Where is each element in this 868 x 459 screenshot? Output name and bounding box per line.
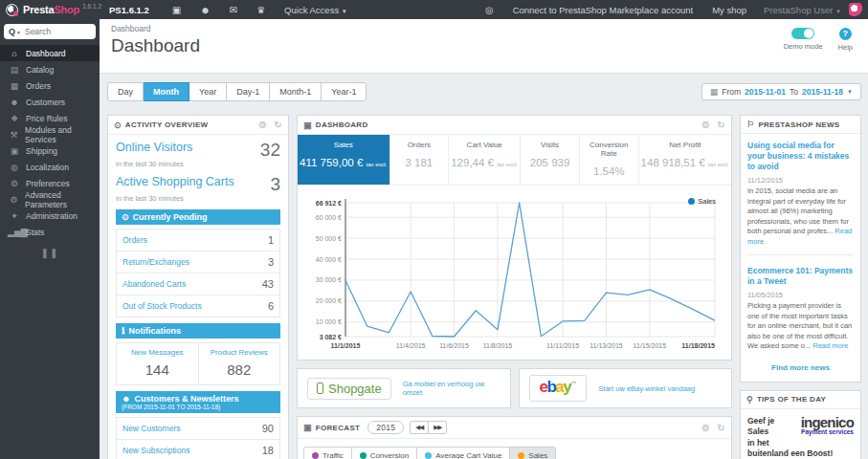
- sidebar-item-dashboard[interactable]: ⌂Dashboard: [0, 45, 100, 61]
- cart-icon: ▣: [303, 423, 312, 432]
- metric-orders[interactable]: Orders 3 181: [390, 135, 450, 185]
- demo-mode-toggle[interactable]: [791, 28, 814, 39]
- notifications-grid: New Messages 144 Product Reviews 882: [116, 342, 280, 385]
- svg-text:11/18/2015: 11/18/2015: [681, 342, 715, 349]
- customers-icon: ☻: [8, 98, 21, 107]
- ebay-link[interactable]: Start uw eBay-winkel vandaag: [598, 384, 695, 393]
- svg-text:50 000 €: 50 000 €: [316, 235, 342, 242]
- forecast-tab-average-cart-value[interactable]: Average Cart Value: [417, 447, 510, 459]
- refresh-icon[interactable]: ↻: [717, 120, 725, 130]
- marketplace-link[interactable]: Connect to PrestaShop Marketplace accoun…: [513, 5, 694, 15]
- sidebar-item-price-rules[interactable]: ❖Price Rules: [0, 110, 100, 126]
- date-range-group: Day Month Year Day-1 Month-1 Year-1: [107, 82, 367, 101]
- dashboard-icon: ⌂: [8, 49, 21, 58]
- sidebar-item-orders[interactable]: ▦Orders: [0, 77, 100, 94]
- range-day-1-button[interactable]: Day-1: [227, 82, 270, 101]
- svg-text:11/13/2015: 11/13/2015: [590, 342, 623, 349]
- read-more-link[interactable]: Read more: [812, 341, 848, 350]
- product-reviews-cell[interactable]: Product Reviews 882: [198, 343, 280, 384]
- new-subscriptions-row[interactable]: New Subscriptions18: [117, 439, 279, 459]
- help-icon[interactable]: ?: [839, 28, 852, 40]
- new-messages-cell[interactable]: New Messages 144: [117, 343, 198, 384]
- out-of-stock-row[interactable]: Out of Stock Products6: [117, 295, 279, 317]
- range-month-button[interactable]: Month: [144, 82, 189, 101]
- refresh-icon[interactable]: ↻: [274, 120, 282, 130]
- svg-text:10 000 €: 10 000 €: [316, 318, 342, 325]
- ebay-banner[interactable]: ebay™ Start uw eBay-winkel vandaag: [519, 368, 733, 408]
- tips-title: TIPS OF THE DAY: [757, 395, 826, 404]
- metric-conversion-rate[interactable]: Conversion Rate 1.54%: [580, 135, 639, 185]
- find-more-news-link[interactable]: Find more news: [741, 356, 860, 382]
- activity-icon: ⊙: [114, 120, 122, 130]
- pending-returns-row[interactable]: Return/Exchanges3: [117, 251, 279, 273]
- sidebar-item-administration[interactable]: ✦Administration: [0, 208, 100, 224]
- sidebar-collapse-button[interactable]: ❚❚: [40, 248, 59, 258]
- main: Dashboard Dashboard Demo mode ? Help Day: [100, 19, 868, 459]
- sidebar-item-modules[interactable]: ⚒Modules and Services: [0, 126, 100, 142]
- svg-text:30 000 €: 30 000 €: [316, 276, 342, 283]
- sidebar-item-stats[interactable]: ▂▅▇Stats: [0, 224, 100, 240]
- sidebar-item-catalog[interactable]: ▤Catalog: [0, 61, 100, 77]
- dashboard-panel: ▣ DASHBOARD ⚙ ↻ Sales 411 759,00 € tax e…: [297, 115, 732, 361]
- metric-net-profit[interactable]: Net Profit 148 918,51 € tax excl.: [639, 135, 731, 185]
- my-shop-link[interactable]: My shop: [712, 5, 746, 15]
- sidebar-item-shipping[interactable]: ▣Shipping: [0, 142, 100, 159]
- trophy-icon[interactable]: ♛: [256, 5, 265, 15]
- search-input[interactable]: [25, 27, 82, 36]
- active-carts-link[interactable]: Active Shopping Carts: [116, 175, 234, 188]
- abandoned-carts-row[interactable]: Abandoned Carts43: [117, 273, 279, 295]
- pending-orders-row[interactable]: Orders1: [117, 230, 279, 251]
- forecast-year-pill[interactable]: 2015: [367, 421, 404, 434]
- localization-icon: ◍: [8, 163, 21, 172]
- forecast-tab-conversion[interactable]: Conversion: [352, 447, 417, 459]
- metric-sales[interactable]: Sales 411 759,00 € tax excl.: [298, 135, 390, 185]
- range-day-button[interactable]: Day: [107, 82, 144, 101]
- date-picker-button[interactable]: ▦ From2015-11-01 To2015-11-18 ▼: [701, 83, 861, 100]
- sidebar-search[interactable]: Q ▼: [4, 24, 96, 39]
- sidebar-item-advanced-parameters[interactable]: ⚙Advanced Parameters: [0, 191, 100, 208]
- forecast-tab-sales[interactable]: Sales: [510, 447, 556, 459]
- gear-icon[interactable]: ⚙: [258, 120, 267, 130]
- divider: [747, 254, 854, 255]
- cart-icon[interactable]: ▣: [172, 5, 181, 15]
- shopgate-banner[interactable]: Shopgate Ga mobiel en verhoog uw omzet: [297, 368, 511, 408]
- gear-icon[interactable]: ⚙: [701, 423, 710, 433]
- forecast-prev-button[interactable]: ◀◀: [410, 421, 429, 434]
- metric-cart-value[interactable]: Cart Value 129,44 € tax excl.: [449, 135, 521, 185]
- sidebar-item-preferences[interactable]: ⚙Preferences: [0, 175, 100, 191]
- ebay-logo: ebay™: [529, 375, 588, 402]
- customer-icon[interactable]: ☻: [200, 5, 211, 15]
- svg-text:11/8/2015: 11/8/2015: [483, 342, 513, 349]
- forecast-next-button[interactable]: ▶▶: [429, 421, 447, 434]
- mail-icon[interactable]: ✉: [230, 5, 237, 15]
- user-menu[interactable]: PrestaShop User ▼: [764, 5, 841, 15]
- notifications-header: ℹNotifications: [116, 323, 280, 339]
- partner-banners: Shopgate Ga mobiel en verhoog uw omzet e…: [297, 368, 732, 408]
- range-year-button[interactable]: Year: [189, 82, 227, 101]
- conversion-dot-icon: [360, 452, 367, 459]
- quick-access-menu[interactable]: Quick Access ▼: [284, 5, 347, 15]
- metric-visits[interactable]: Visits 205 939: [521, 135, 580, 185]
- sales-dot-icon: [518, 452, 524, 459]
- search-scope-selector[interactable]: Q: [9, 27, 15, 36]
- sidebar-item-localization[interactable]: ◍Localization: [0, 159, 100, 175]
- catalog-icon: ▤: [8, 65, 21, 75]
- chart-legend[interactable]: Sales: [688, 197, 716, 206]
- user-avatar[interactable]: [849, 3, 862, 16]
- svg-text:11/6/2015: 11/6/2015: [439, 342, 469, 349]
- breadcrumb[interactable]: Dashboard: [111, 24, 200, 33]
- news-item-title[interactable]: Using social media for your business: 4 …: [747, 141, 854, 172]
- online-visitors-link[interactable]: Online Visitors: [116, 141, 192, 154]
- news-item-title[interactable]: Ecommerce 101: Payments in a Tweet: [747, 266, 854, 287]
- range-month-1-button[interactable]: Month-1: [270, 82, 322, 101]
- gear-icon[interactable]: ⚙: [701, 120, 710, 130]
- sales-chart: Sales 3 082 €10 000 €20 000 €30 000 €40 …: [298, 186, 731, 360]
- range-year-1-button[interactable]: Year-1: [322, 82, 367, 101]
- forecast-tab-traffic[interactable]: Traffic: [303, 447, 352, 459]
- forecast-panel: ▣ FORECAST 2015 ◀◀ ▶▶ ⚙ ↻ T: [297, 416, 732, 459]
- sidebar-item-customers[interactable]: ☻Customers: [0, 94, 100, 110]
- shopgate-link[interactable]: Ga mobiel en verhoog uw omzet: [403, 380, 501, 397]
- refresh-icon[interactable]: ↻: [717, 423, 725, 433]
- new-customers-row[interactable]: New Customers90: [117, 418, 279, 439]
- prestashop-news-panel: ⚐ PRESTASHOP NEWS Using social media for…: [740, 115, 861, 382]
